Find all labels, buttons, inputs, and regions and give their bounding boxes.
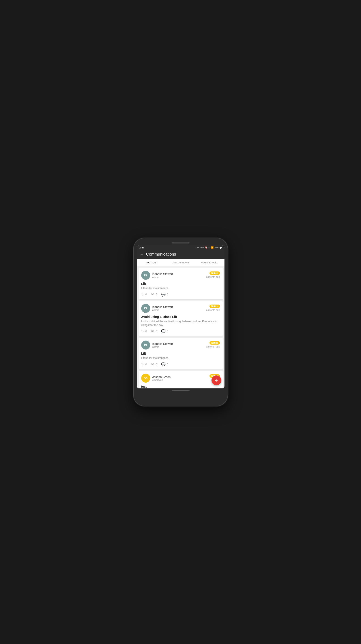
post-author-info: IS Isabella Stewart admin (141, 271, 173, 280)
comment-action[interactable]: 💬 0 (161, 329, 168, 334)
post-header: IS Isabella Stewart admin Notice a month… (141, 271, 220, 280)
post-card[interactable]: IS Isabella Stewart admin Notice a month… (139, 301, 223, 336)
post-author-info: JG Joseph Green employee (141, 374, 171, 382)
post-body: L-block's lift will be santized today be… (141, 320, 220, 327)
page-title: Communications (146, 252, 176, 257)
alarm-icon: ⏰ (205, 246, 207, 249)
post-card[interactable]: JG Joseph Green employee Notice a mo... … (139, 371, 223, 388)
post-card[interactable]: IS Isabella Stewart admin Notice a month… (139, 268, 223, 300)
post-author-info: IS Isabella Stewart admin (141, 340, 173, 350)
comment-icon: 💬 (161, 362, 166, 366)
author-role: admin (152, 308, 173, 311)
battery-icon: ⬤ (220, 246, 222, 249)
tab-notice[interactable]: NOTICE (137, 259, 166, 266)
post-header: JG Joseph Green employee Notice a mo... (141, 374, 220, 382)
heart-icon: ♡ (141, 362, 144, 366)
post-actions: ♡ 0 👁 5 💬 0 (141, 292, 220, 297)
post-header: IS Isabella Stewart admin Notice a month… (141, 304, 220, 313)
avatar: IS (141, 271, 150, 280)
post-title: test (141, 385, 220, 388)
avatar: JG (141, 374, 150, 382)
tab-discussions[interactable]: DISCUSSIONS (166, 259, 195, 266)
view-count: 5 (156, 293, 157, 296)
post-meta: Notice a month ago (206, 271, 220, 278)
post-header: IS Isabella Stewart admin Notice a month… (141, 340, 220, 350)
heart-icon: ♡ (141, 329, 144, 334)
tabs-bar: NOTICE DISCUSSIONS VOTE & POLL (137, 259, 224, 266)
post-actions: ♡ 0 👁 0 💬 0 (141, 329, 220, 334)
comment-action[interactable]: 💬 0 (161, 362, 168, 366)
author-name: Isabella Stewart (152, 272, 173, 276)
phone-notch (137, 242, 224, 244)
view-action: 👁 0 (151, 362, 157, 366)
avatar: IS (141, 304, 150, 313)
view-action: 👁 0 (151, 330, 157, 334)
post-author-info: IS Isabella Stewart admin (141, 304, 173, 313)
post-meta: Notice a month ago (206, 340, 220, 348)
phone-screen: 2:47 1.65 KB/S ⏰ ⊙ 📶 34% ⬤ ← Communicati… (137, 245, 224, 388)
view-count: 0 (156, 330, 157, 333)
signal-icon: 📶 (211, 246, 213, 249)
post-title: Lift (141, 282, 220, 286)
like-count: 0 (145, 363, 147, 366)
author-role: employee (152, 378, 171, 381)
home-bar (172, 390, 190, 391)
post-body: Lift under maintenance. (141, 286, 220, 290)
author-name: Isabella Stewart (152, 342, 173, 346)
notice-badge: Notice (209, 341, 220, 344)
phone-bottom-bar (137, 390, 224, 391)
post-body: Lift under maintenance. (141, 356, 220, 360)
post-title: Lift (141, 352, 220, 355)
eye-icon: 👁 (151, 292, 154, 296)
notice-badge: Notice (209, 272, 220, 275)
battery-text: 34% (214, 246, 218, 249)
view-count: 0 (156, 363, 157, 366)
status-icons: 1.65 KB/S ⏰ ⊙ 📶 34% ⬤ (195, 246, 222, 249)
heart-icon: ♡ (141, 292, 144, 297)
like-action[interactable]: ♡ 0 (141, 292, 147, 297)
post-card[interactable]: IS Isabella Stewart admin Notice a month… (139, 338, 223, 369)
like-count: 0 (145, 293, 147, 296)
post-meta: Notice a month ago (206, 304, 220, 311)
comment-count: 0 (167, 330, 168, 333)
network-speed: 1.65 KB/S (195, 246, 204, 249)
comment-count: 0 (167, 363, 168, 366)
avatar: IS (141, 340, 150, 350)
app-header: ← Communications (137, 250, 224, 259)
comment-icon: 💬 (161, 292, 166, 297)
eye-icon: 👁 (151, 362, 154, 366)
like-action[interactable]: ♡ 0 (141, 329, 147, 334)
post-actions: ♡ 0 👁 0 💬 0 (141, 362, 220, 366)
post-time: a month ago (206, 308, 220, 311)
comment-count: 0 (167, 293, 168, 296)
posts-feed: IS Isabella Stewart admin Notice a month… (137, 266, 224, 388)
status-time: 2:47 (139, 246, 144, 249)
tab-vote-poll[interactable]: VOTE & POLL (195, 259, 224, 266)
post-time: a month ago (206, 345, 220, 348)
comment-action[interactable]: 💬 0 (161, 292, 168, 297)
like-action[interactable]: ♡ 0 (141, 362, 147, 366)
back-button[interactable]: ← (140, 252, 144, 257)
post-time: a month ago (206, 276, 220, 278)
comment-icon: 💬 (161, 329, 166, 334)
author-name: Joseph Green (152, 375, 171, 378)
view-action: 👁 5 (151, 292, 157, 296)
author-name: Isabella Stewart (152, 305, 173, 308)
wifi-icon: ⊙ (208, 246, 210, 249)
author-role: admin (152, 346, 173, 348)
fab-add-button[interactable]: + (211, 376, 221, 385)
like-count: 0 (145, 330, 147, 333)
post-title: Avoid using L-Block Lift (141, 315, 220, 319)
author-role: admin (152, 276, 173, 278)
notice-badge: Notice (209, 304, 220, 308)
status-bar: 2:47 1.65 KB/S ⏰ ⊙ 📶 34% ⬤ (137, 245, 224, 250)
eye-icon: 👁 (151, 330, 154, 334)
phone-speaker (172, 242, 190, 244)
phone-shell: 2:47 1.65 KB/S ⏰ ⊙ 📶 34% ⬤ ← Communicati… (134, 238, 228, 406)
